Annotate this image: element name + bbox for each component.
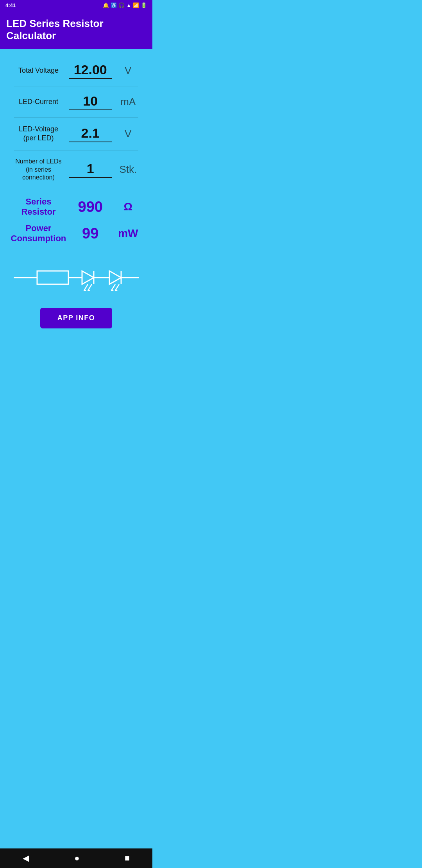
total-voltage-input[interactable] (69, 62, 112, 79)
app-title: LED Series Resistor Calculator (6, 18, 146, 42)
home-button[interactable]: ● (74, 853, 79, 863)
status-bar: 4:41 🔔 ♿ 🎧 ▲ 📶 🔋 (0, 0, 152, 11)
num-leds-row: Number of LEDs (in series connection) St… (6, 152, 146, 187)
notification-icon: 🔔 (103, 2, 109, 8)
status-icons: 🔔 ♿ 🎧 ▲ 📶 🔋 (103, 2, 147, 8)
power-consumption-unit: mW (114, 227, 142, 240)
circuit-diagram (6, 245, 146, 308)
power-consumption-label: Power Consumption (10, 223, 67, 244)
nav-bar: ◀ ● ■ (0, 848, 152, 868)
app-info-button[interactable]: APP INFO (40, 308, 113, 328)
led-current-input-wrap (67, 93, 114, 110)
signal-icon: 📶 (133, 2, 139, 8)
num-leds-unit: Stk. (114, 163, 142, 176)
led-voltage-unit: V (114, 128, 142, 140)
main-content: Total Voltage V LED-Current mA LED-Volta… (0, 49, 152, 848)
status-time: 4:41 (5, 2, 16, 8)
led-current-unit: mA (114, 96, 142, 108)
led-voltage-input[interactable] (69, 126, 112, 142)
divider-3 (14, 150, 138, 151)
led-current-row: LED-Current mA (6, 88, 146, 116)
back-button[interactable]: ◀ (23, 853, 29, 863)
num-leds-label: Number of LEDs (in series connection) (10, 158, 67, 182)
led-voltage-input-wrap (67, 126, 114, 142)
headphone-icon: 🎧 (118, 2, 125, 8)
num-leds-input[interactable] (69, 161, 112, 178)
total-voltage-row: Total Voltage V (6, 57, 146, 84)
divider-2 (14, 117, 138, 118)
led-current-input[interactable] (69, 93, 112, 110)
circuit-svg (14, 256, 139, 299)
led-voltage-label: LED-Voltage (per LED) (10, 125, 67, 143)
recent-button[interactable]: ■ (125, 853, 130, 863)
series-resistor-label: Series Resistor (10, 197, 67, 217)
svg-rect-1 (37, 271, 68, 284)
series-resistor-row: Series Resistor 990 Ω (6, 192, 146, 219)
series-resistor-value: 990 (67, 199, 114, 215)
battery-icon: 🔋 (141, 2, 147, 8)
svg-marker-3 (82, 271, 94, 284)
spacer-1 (6, 187, 146, 192)
divider-1 (14, 86, 138, 86)
total-voltage-label: Total Voltage (10, 66, 67, 75)
series-resistor-unit: Ω (114, 201, 142, 213)
led-current-label: LED-Current (10, 97, 67, 106)
svg-marker-10 (109, 271, 121, 284)
accessibility-icon: ♿ (111, 2, 117, 8)
wifi-icon: ▲ (126, 2, 131, 8)
total-voltage-unit: V (114, 65, 142, 77)
total-voltage-input-wrap (67, 62, 114, 79)
app-header: LED Series Resistor Calculator (0, 11, 152, 49)
num-leds-input-wrap (67, 161, 114, 178)
power-consumption-row: Power Consumption 99 mW (6, 219, 146, 245)
power-consumption-value: 99 (67, 225, 114, 242)
led-voltage-row: LED-Voltage (per LED) V (6, 119, 146, 149)
